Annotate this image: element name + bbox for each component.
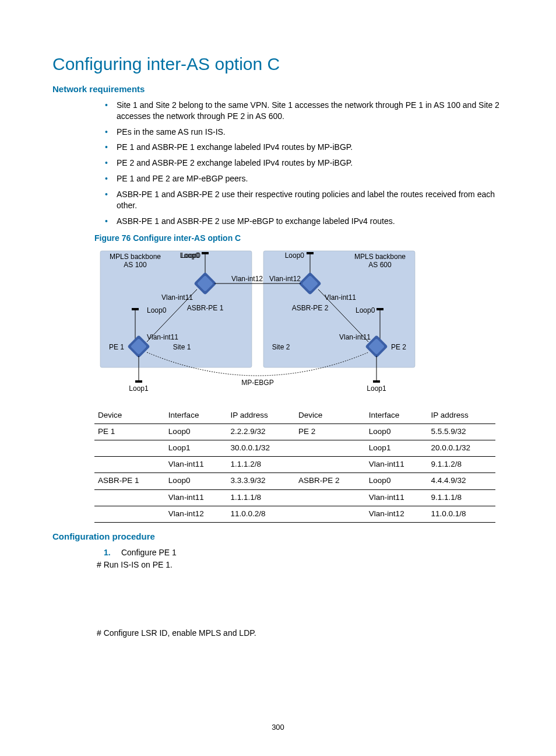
svg-text:Loop0: Loop0	[356, 306, 375, 314]
table-cell: 1.1.1.1/8	[227, 489, 295, 506]
table-cell: 30.0.0.1/32	[227, 440, 295, 456]
diagram-pe1-label: PE 1	[109, 343, 124, 351]
diagram-pe2-label: PE 2	[391, 343, 406, 351]
diagram-loop1-label: Loop1	[129, 384, 149, 393]
table-cell: 9.1.1.2/8	[427, 457, 495, 473]
table-cell	[94, 489, 165, 506]
svg-rect-24	[132, 308, 139, 310]
table-cell: Vlan-int12	[365, 506, 428, 522]
table-row: PE 1Loop02.2.2.9/32PE 2Loop05.5.5.9/32	[94, 424, 495, 440]
network-diagram: MPLS backbone AS 100 MPLS backbone AS 60…	[94, 247, 504, 396]
table-cell: 20.0.0.1/32	[427, 440, 495, 456]
table-cell: Vlan-int11	[365, 457, 428, 473]
requirement-item: ASBR-PE 1 and ASBR-PE 2 use their respec…	[117, 189, 504, 211]
step-number: 1.	[104, 547, 119, 558]
svg-text:AS 600: AS 600	[368, 261, 392, 269]
interface-table: Device Interface IP address Device Inter…	[94, 408, 495, 523]
table-cell	[94, 457, 165, 473]
requirement-item: PEs in the same AS run IS-IS.	[117, 127, 504, 138]
diagram-site1-label: Site 1	[173, 343, 191, 351]
network-requirements-heading: Network requirements	[52, 83, 504, 95]
table-row: Vlan-int111.1.1.2/8Vlan-int119.1.1.2/8	[94, 457, 495, 473]
figure-caption: Figure 76 Configure inter-AS option C	[94, 233, 504, 244]
svg-text:AS 100: AS 100	[124, 261, 147, 269]
table-cell: 11.0.0.1/8	[427, 506, 495, 522]
table-cell: Vlan-int12	[165, 506, 227, 522]
table-cell	[295, 489, 365, 506]
table-cell: 2.2.2.9/32	[227, 424, 295, 440]
diagram-asbr-pe1-label: ASBR-PE 1	[187, 304, 224, 312]
procedure-substep: # Run IS-IS on PE 1.	[97, 559, 504, 570]
procedure-substep: # Configure LSR ID, enable MPLS and LDP.	[97, 628, 504, 639]
configuration-procedure-heading: Configuration procedure	[52, 531, 504, 542]
requirement-item: ASBR-PE 1 and ASBR-PE 2 use MP-eBGP to e…	[117, 216, 504, 227]
diagram-asbr-pe2-label: ASBR-PE 2	[292, 304, 329, 312]
requirements-list: Site 1 and Site 2 belong to the same VPN…	[52, 100, 504, 227]
table-cell: Loop0	[365, 424, 428, 440]
table-cell	[295, 457, 365, 473]
table-header: IP address	[227, 408, 295, 424]
svg-text:Vlan-int11: Vlan-int11	[325, 293, 356, 302]
table-header: Interface	[365, 408, 428, 424]
page-title: Configuring inter-AS option C	[52, 52, 504, 76]
requirement-item: PE 1 and PE 2 are MP-eBGP peers.	[117, 173, 504, 184]
table-cell: PE 2	[295, 424, 365, 440]
table-cell: Loop1	[365, 440, 428, 456]
diagram-vlan11-label: Vlan-int11	[161, 293, 193, 302]
table-cell: Loop0	[165, 473, 227, 489]
table-cell: Loop0	[365, 473, 428, 489]
diagram-mpebgp-label: MP-EBGP	[241, 379, 273, 387]
procedure-step: 1. Configure PE 1	[104, 547, 504, 558]
table-cell: PE 1	[94, 424, 165, 440]
svg-text:MPLS backbone: MPLS backbone	[110, 253, 161, 261]
table-cell: ASBR-PE 2	[295, 473, 365, 489]
table-cell: 9.1.1.1/8	[427, 489, 495, 506]
svg-text:Vlan-int12: Vlan-int12	[269, 275, 301, 283]
svg-rect-36	[373, 380, 380, 383]
svg-text:Loop1: Loop1	[367, 384, 386, 393]
requirement-item: PE 2 and ASBR-PE 2 exchange labeled IPv4…	[117, 158, 504, 169]
requirement-item: PE 1 and ASBR-PE 1 exchange labeled IPv4…	[117, 142, 504, 153]
table-row: ASBR-PE 1Loop03.3.3.9/32ASBR-PE 2Loop04.…	[94, 473, 495, 489]
table-cell	[295, 506, 365, 522]
table-cell	[295, 440, 365, 456]
table-row: Vlan-int1211.0.0.2/8Vlan-int1211.0.0.1/8	[94, 506, 495, 522]
table-cell: Vlan-int11	[165, 489, 227, 506]
svg-text:Loop0: Loop0	[147, 306, 167, 314]
table-cell: 4.4.4.9/32	[427, 473, 495, 489]
table-cell: Vlan-int11	[365, 489, 428, 506]
table-cell	[94, 506, 165, 522]
page-number: 300	[0, 722, 556, 733]
diagram-vlan12-label: Vlan-int12	[231, 275, 263, 283]
table-cell: 11.0.0.2/8	[227, 506, 295, 522]
table-header: Device	[94, 408, 165, 424]
svg-rect-10	[307, 252, 314, 254]
table-header: Interface	[165, 408, 227, 424]
table-cell: 3.3.3.9/32	[227, 473, 295, 489]
table-header: IP address	[427, 408, 495, 424]
table-cell	[94, 440, 165, 456]
table-row: Vlan-int111.1.1.1/8Vlan-int119.1.1.1/8	[94, 489, 495, 506]
table-row: Loop130.0.0.1/32Loop120.0.0.1/32	[94, 440, 495, 456]
table-cell: ASBR-PE 1	[94, 473, 165, 489]
svg-rect-27	[376, 308, 383, 310]
table-cell: Loop0	[165, 424, 227, 440]
svg-rect-7	[202, 252, 209, 254]
svg-text:Loop0: Loop0	[180, 251, 200, 260]
step-text: Configure PE 1	[121, 548, 177, 557]
table-header: Device	[295, 408, 365, 424]
table-header-row: Device Interface IP address Device Inter…	[94, 408, 495, 424]
table-cell: 1.1.1.2/8	[227, 457, 295, 473]
svg-text:Loop0: Loop0	[285, 251, 305, 260]
table-cell: Vlan-int11	[165, 457, 227, 473]
table-cell: 5.5.5.9/32	[427, 424, 495, 440]
svg-rect-34	[135, 380, 142, 383]
svg-text:Vlan-int11: Vlan-int11	[339, 333, 371, 341]
table-cell: Loop1	[165, 440, 227, 456]
svg-text:Vlan-int11: Vlan-int11	[147, 333, 178, 341]
requirement-item: Site 1 and Site 2 belong to the same VPN…	[117, 100, 504, 122]
diagram-site2-label: Site 2	[272, 343, 290, 351]
svg-text:MPLS backbone: MPLS backbone	[354, 253, 406, 261]
